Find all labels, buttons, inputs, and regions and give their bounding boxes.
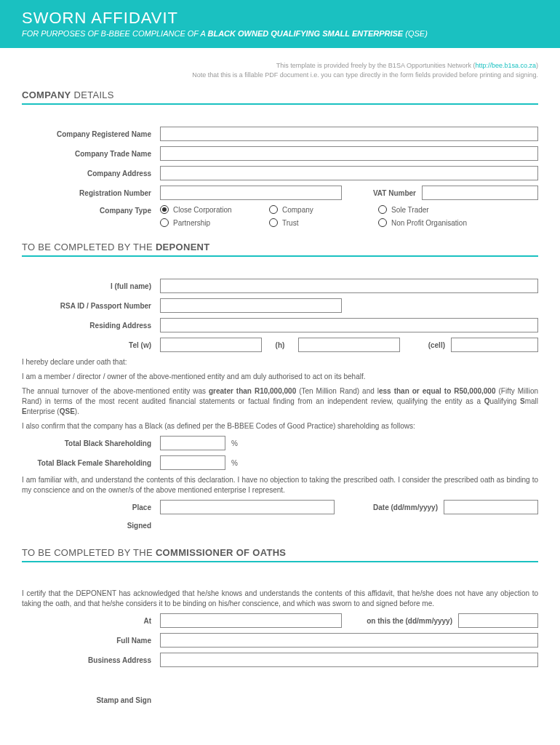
input-residing-address[interactable] xyxy=(160,318,538,332)
label-tel-w: Tel (w) xyxy=(22,341,160,349)
label-registration-number: Registration Number xyxy=(22,189,160,197)
input-trade-name[interactable] xyxy=(160,146,538,161)
input-registered-name[interactable] xyxy=(160,127,538,141)
label-residing-address: Residing Address xyxy=(22,322,160,330)
provider-link[interactable]: http://bee.b1sa.co.za xyxy=(475,62,536,69)
input-tel-cell[interactable] xyxy=(451,338,538,352)
label-tel-cell: (cell) xyxy=(400,341,451,349)
header-band: SWORN AFFIDAVIT FOR PURPOSES OF B-BBEE C… xyxy=(0,0,560,48)
pct-1: % xyxy=(225,439,238,447)
label-total-black-female: Total Black Female Shareholding xyxy=(22,459,160,467)
label-place: Place xyxy=(22,503,160,511)
input-full-name[interactable] xyxy=(160,279,538,293)
label-company-type: Company Type xyxy=(22,205,160,215)
pct-2: % xyxy=(225,459,238,467)
input-registration-number[interactable] xyxy=(160,186,342,200)
radio-trust[interactable]: Trust xyxy=(269,218,378,227)
input-rsa-id[interactable] xyxy=(160,298,342,313)
label-company-address: Company Address xyxy=(22,170,160,178)
radio-partnership[interactable]: Partnership xyxy=(160,218,269,227)
input-at[interactable] xyxy=(160,613,342,628)
member-text: I am a member / director / owner of the … xyxy=(22,372,538,382)
label-stamp-sign: Stamp and Sign xyxy=(22,696,160,704)
input-place[interactable] xyxy=(160,500,335,514)
doc-title: SWORN AFFIDAVIT xyxy=(22,9,538,28)
section-company-details: COMPANY DETAILS xyxy=(22,89,538,105)
label-on-this: on this the (dd/mm/yyyy) xyxy=(342,617,458,625)
label-business-address: Business Address xyxy=(22,656,160,664)
label-full-name: I (full name) xyxy=(22,282,160,290)
section-commissioner: TO BE COMPLETED BY THE COMMISSIONER OF O… xyxy=(22,547,538,562)
certify-text: I certify that the DEPONENT has acknowle… xyxy=(22,589,538,609)
input-company-address[interactable] xyxy=(160,166,538,180)
label-date: Date (dd/mm/yyyy) xyxy=(335,503,444,511)
label-rsa-id: RSA ID / Passport Number xyxy=(22,302,160,310)
input-total-black-female[interactable] xyxy=(160,455,225,470)
provider-note: This template is provided freely by the … xyxy=(22,61,538,79)
label-registered-name: Company Registered Name xyxy=(22,130,160,138)
label-signed: Signed xyxy=(22,522,160,530)
section-deponent: TO BE COMPLETED BY THE DEPONENT xyxy=(22,242,538,257)
input-tel-w[interactable] xyxy=(160,338,262,352)
input-tel-h[interactable] xyxy=(298,338,400,352)
familiar-text: I am familiar with, and understand the c… xyxy=(22,475,538,495)
input-date[interactable] xyxy=(444,500,538,514)
label-trade-name: Company Trade Name xyxy=(22,150,160,158)
radio-npo[interactable]: Non Profit Organisation xyxy=(378,218,502,227)
declare-text: I hereby declare under oath that: xyxy=(22,357,538,367)
turnover-text: The annual turnover of the above-mention… xyxy=(22,386,538,417)
radio-close-corporation[interactable]: Close Corporation xyxy=(160,205,269,214)
input-business-address[interactable] xyxy=(160,653,538,667)
input-on-this-date[interactable] xyxy=(458,613,538,628)
label-at: At xyxy=(22,617,160,625)
radio-company[interactable]: Company xyxy=(269,205,378,214)
input-comm-full-name[interactable] xyxy=(160,633,538,648)
label-comm-full-name: Full Name xyxy=(22,637,160,645)
doc-subtitle: FOR PURPOSES OF B-BBEE COMPLIANCE OF A B… xyxy=(22,29,538,38)
confirm-text: I also confirm that the company has a Bl… xyxy=(22,421,538,431)
radio-sole-trader[interactable]: Sole Trader xyxy=(378,205,487,214)
input-vat-number[interactable] xyxy=(422,186,538,200)
label-tel-h: (h) xyxy=(262,341,298,349)
label-vat-number: VAT Number xyxy=(342,189,422,197)
label-total-black: Total Black Shareholding xyxy=(22,439,160,447)
input-total-black[interactable] xyxy=(160,436,225,450)
